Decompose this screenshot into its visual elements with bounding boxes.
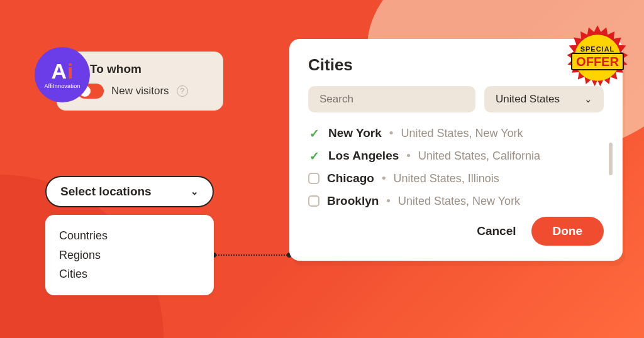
city-name: Chicago <box>327 172 374 185</box>
done-button[interactable]: Done <box>531 217 604 246</box>
city-subtext: United States, Illinois <box>394 172 499 185</box>
help-icon[interactable]: ? <box>177 85 188 97</box>
connector-line <box>214 254 289 256</box>
check-icon: ✓ <box>308 150 321 162</box>
locations-menu: Countries Regions Cities <box>45 215 214 295</box>
badge-line1: SPECIAL <box>580 45 615 53</box>
city-name: New York <box>328 126 382 140</box>
new-visitors-label: New visitors <box>111 85 169 97</box>
search-input[interactable]: Search <box>308 86 475 112</box>
separator-dot: • <box>386 194 391 208</box>
city-row-brooklyn[interactable]: Brooklyn • United States, New York <box>308 194 604 208</box>
logo-subtext: AffiInnovation <box>44 83 80 89</box>
cancel-button[interactable]: Cancel <box>477 224 516 238</box>
city-row-new-york[interactable]: ✓ New York • United States, New York <box>308 126 604 140</box>
scrollbar-thumb[interactable] <box>609 143 613 175</box>
city-subtext: United States, New York <box>401 127 523 140</box>
city-name: Brooklyn <box>327 194 379 208</box>
select-locations-label: Select locations <box>60 185 152 199</box>
city-subtext: United States, California <box>418 150 540 163</box>
logo-letter-i: i <box>67 60 73 82</box>
city-name: Los Angeles <box>328 149 399 163</box>
menu-item-countries[interactable]: Countries <box>59 226 200 246</box>
separator-dot: • <box>389 126 394 140</box>
logo-letter-a: A <box>51 60 67 82</box>
city-row-chicago[interactable]: Chicago • United States, Illinois <box>308 172 604 185</box>
country-selected: United States <box>496 93 560 106</box>
city-list: ✓ New York • United States, New York ✓ L… <box>308 126 604 208</box>
menu-item-regions[interactable]: Regions <box>59 246 200 265</box>
chevron-down-icon: ⌄ <box>191 186 199 197</box>
search-placeholder: Search <box>319 93 353 106</box>
city-subtext: United States, New York <box>398 195 520 208</box>
chevron-down-icon: ⌄ <box>584 94 592 105</box>
badge-line2: OFFER <box>571 53 624 70</box>
checkbox-empty[interactable] <box>308 195 319 207</box>
menu-item-cities[interactable]: Cities <box>59 264 200 284</box>
special-offer-badge: SPECIAL OFFER <box>564 24 631 92</box>
checkbox-empty[interactable] <box>308 173 319 184</box>
check-icon: ✓ <box>308 127 321 139</box>
to-whom-title: To whom <box>70 62 210 76</box>
brand-logo: A i AffiInnovation <box>35 47 90 102</box>
city-row-los-angeles[interactable]: ✓ Los Angeles • United States, Californi… <box>308 149 604 163</box>
select-locations-dropdown[interactable]: Select locations ⌄ <box>45 176 214 207</box>
separator-dot: • <box>382 172 386 185</box>
cities-title: Cities <box>308 55 604 75</box>
separator-dot: • <box>406 149 411 163</box>
